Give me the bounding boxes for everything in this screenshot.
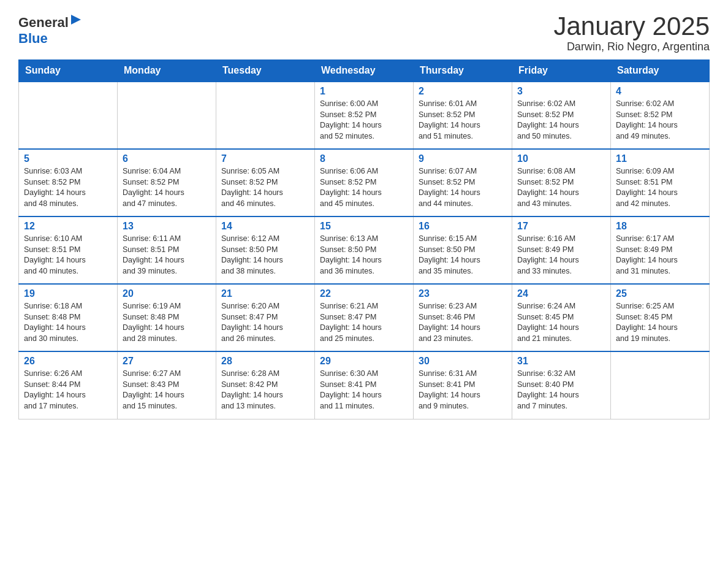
calendar-cell: 12Sunrise: 6:10 AM Sunset: 8:51 PM Dayli… [19,216,118,284]
logo-blue: Blue [18,31,48,46]
calendar-cell: 10Sunrise: 6:08 AM Sunset: 8:52 PM Dayli… [512,149,611,216]
calendar-cell: 1Sunrise: 6:00 AM Sunset: 8:52 PM Daylig… [315,82,414,149]
logo-text: General Blue [18,12,83,47]
day-number: 31 [517,356,605,367]
calendar-cell: 27Sunrise: 6:27 AM Sunset: 8:43 PM Dayli… [118,351,216,419]
calendar-header-sunday: Sunday [19,60,118,82]
title-block: January 2025 Darwin, Rio Negro, Argentin… [553,12,710,53]
calendar-cell: 21Sunrise: 6:20 AM Sunset: 8:47 PM Dayli… [216,284,315,351]
day-number: 29 [320,356,408,367]
calendar-cell: 28Sunrise: 6:28 AM Sunset: 8:42 PM Dayli… [216,351,315,419]
day-number: 3 [517,86,605,97]
day-number: 12 [24,221,112,232]
day-number: 18 [616,221,704,232]
svg-marker-0 [71,15,81,25]
day-number: 19 [24,288,112,299]
calendar-cell: 30Sunrise: 6:31 AM Sunset: 8:41 PM Dayli… [414,351,512,419]
logo: General Blue [18,12,83,47]
day-number: 22 [320,288,408,299]
calendar-cell [19,82,118,149]
day-number: 2 [419,86,507,97]
day-number: 21 [221,288,309,299]
day-number: 10 [517,153,605,164]
day-number: 28 [221,356,309,367]
calendar-cell: 22Sunrise: 6:21 AM Sunset: 8:47 PM Dayli… [315,284,414,351]
calendar-cell: 20Sunrise: 6:19 AM Sunset: 8:48 PM Dayli… [118,284,216,351]
calendar-cell: 16Sunrise: 6:15 AM Sunset: 8:50 PM Dayli… [414,216,512,284]
day-info: Sunrise: 6:08 AM Sunset: 8:52 PM Dayligh… [517,166,605,209]
day-info: Sunrise: 6:04 AM Sunset: 8:52 PM Dayligh… [123,166,211,209]
day-number: 23 [419,288,507,299]
day-info: Sunrise: 6:02 AM Sunset: 8:52 PM Dayligh… [517,99,605,142]
week-row-5: 26Sunrise: 6:26 AM Sunset: 8:44 PM Dayli… [19,351,710,419]
day-info: Sunrise: 6:11 AM Sunset: 8:51 PM Dayligh… [123,234,211,277]
day-info: Sunrise: 6:13 AM Sunset: 8:50 PM Dayligh… [320,234,408,277]
day-number: 24 [517,288,605,299]
day-number: 17 [517,221,605,232]
day-number: 8 [320,153,408,164]
day-info: Sunrise: 6:30 AM Sunset: 8:41 PM Dayligh… [320,369,408,412]
day-info: Sunrise: 6:24 AM Sunset: 8:45 PM Dayligh… [517,301,605,344]
day-info: Sunrise: 6:23 AM Sunset: 8:46 PM Dayligh… [419,301,507,344]
calendar-table: SundayMondayTuesdayWednesdayThursdayFrid… [18,59,710,419]
day-number: 5 [24,153,112,164]
calendar-cell [216,82,315,149]
calendar-cell: 17Sunrise: 6:16 AM Sunset: 8:49 PM Dayli… [512,216,611,284]
calendar-cell: 15Sunrise: 6:13 AM Sunset: 8:50 PM Dayli… [315,216,414,284]
logo-general: General [18,15,69,30]
week-row-2: 5Sunrise: 6:03 AM Sunset: 8:52 PM Daylig… [19,149,710,216]
day-number: 9 [419,153,507,164]
calendar-cell: 7Sunrise: 6:05 AM Sunset: 8:52 PM Daylig… [216,149,315,216]
week-row-4: 19Sunrise: 6:18 AM Sunset: 8:48 PM Dayli… [19,284,710,351]
day-info: Sunrise: 6:25 AM Sunset: 8:45 PM Dayligh… [616,301,704,344]
calendar-cell: 18Sunrise: 6:17 AM Sunset: 8:49 PM Dayli… [611,216,710,284]
day-number: 20 [123,288,211,299]
day-number: 27 [123,356,211,367]
day-info: Sunrise: 6:07 AM Sunset: 8:52 PM Dayligh… [419,166,507,209]
day-info: Sunrise: 6:06 AM Sunset: 8:52 PM Dayligh… [320,166,408,209]
day-info: Sunrise: 6:32 AM Sunset: 8:40 PM Dayligh… [517,369,605,412]
day-info: Sunrise: 6:17 AM Sunset: 8:49 PM Dayligh… [616,234,704,277]
day-info: Sunrise: 6:18 AM Sunset: 8:48 PM Dayligh… [24,301,112,344]
page-header: General Blue January 2025 Darwin, Rio Ne… [18,12,710,53]
day-info: Sunrise: 6:26 AM Sunset: 8:44 PM Dayligh… [24,369,112,412]
calendar-cell: 9Sunrise: 6:07 AM Sunset: 8:52 PM Daylig… [414,149,512,216]
calendar-header-wednesday: Wednesday [315,60,414,82]
day-info: Sunrise: 6:03 AM Sunset: 8:52 PM Dayligh… [24,166,112,209]
calendar-header-saturday: Saturday [611,60,710,82]
calendar-cell: 31Sunrise: 6:32 AM Sunset: 8:40 PM Dayli… [512,351,611,419]
calendar-header-monday: Monday [118,60,216,82]
calendar-header-row: SundayMondayTuesdayWednesdayThursdayFrid… [19,60,710,82]
day-info: Sunrise: 6:02 AM Sunset: 8:52 PM Dayligh… [616,99,704,142]
calendar-cell: 14Sunrise: 6:12 AM Sunset: 8:50 PM Dayli… [216,216,315,284]
day-info: Sunrise: 6:01 AM Sunset: 8:52 PM Dayligh… [419,99,507,142]
calendar-cell [118,82,216,149]
day-info: Sunrise: 6:05 AM Sunset: 8:52 PM Dayligh… [221,166,309,209]
calendar-header-friday: Friday [512,60,611,82]
day-number: 15 [320,221,408,232]
calendar-cell: 11Sunrise: 6:09 AM Sunset: 8:51 PM Dayli… [611,149,710,216]
day-info: Sunrise: 6:00 AM Sunset: 8:52 PM Dayligh… [320,99,408,142]
day-number: 4 [616,86,704,97]
day-number: 11 [616,153,704,164]
day-info: Sunrise: 6:12 AM Sunset: 8:50 PM Dayligh… [221,234,309,277]
day-info: Sunrise: 6:27 AM Sunset: 8:43 PM Dayligh… [123,369,211,412]
day-number: 14 [221,221,309,232]
calendar-title: January 2025 [553,12,710,40]
calendar-cell: 13Sunrise: 6:11 AM Sunset: 8:51 PM Dayli… [118,216,216,284]
calendar-cell: 4Sunrise: 6:02 AM Sunset: 8:52 PM Daylig… [611,82,710,149]
day-info: Sunrise: 6:16 AM Sunset: 8:49 PM Dayligh… [517,234,605,277]
calendar-cell [611,351,710,419]
logo-icon [69,12,83,27]
day-info: Sunrise: 6:19 AM Sunset: 8:48 PM Dayligh… [123,301,211,344]
day-number: 7 [221,153,309,164]
calendar-cell: 3Sunrise: 6:02 AM Sunset: 8:52 PM Daylig… [512,82,611,149]
day-number: 6 [123,153,211,164]
calendar-cell: 5Sunrise: 6:03 AM Sunset: 8:52 PM Daylig… [19,149,118,216]
calendar-cell: 23Sunrise: 6:23 AM Sunset: 8:46 PM Dayli… [414,284,512,351]
day-number: 13 [123,221,211,232]
calendar-cell: 8Sunrise: 6:06 AM Sunset: 8:52 PM Daylig… [315,149,414,216]
day-info: Sunrise: 6:09 AM Sunset: 8:51 PM Dayligh… [616,166,704,209]
day-info: Sunrise: 6:20 AM Sunset: 8:47 PM Dayligh… [221,301,309,344]
calendar-header-tuesday: Tuesday [216,60,315,82]
